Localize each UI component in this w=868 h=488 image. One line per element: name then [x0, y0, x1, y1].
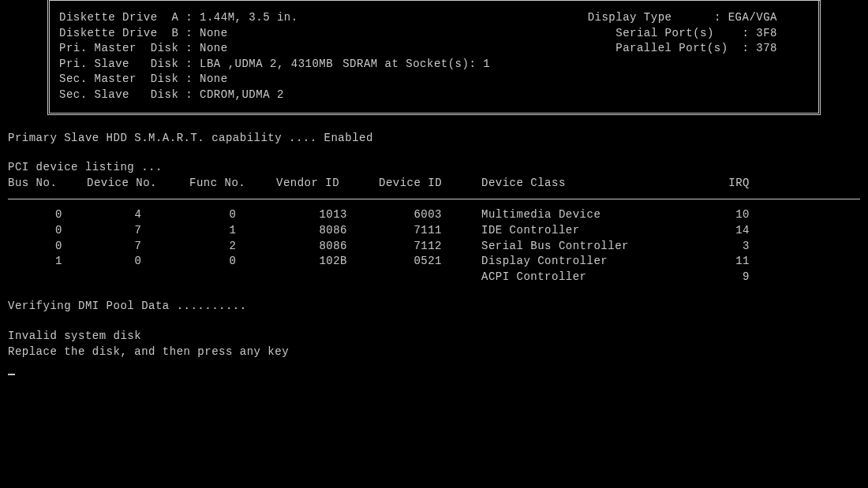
- sysinfo-row: Diskette Drive B : None Serial Port(s) :…: [59, 26, 809, 42]
- divider: [8, 199, 860, 199]
- system-summary-box: Diskette Drive A : 1.44M, 3.5 in. Displa…: [47, 0, 821, 115]
- sysinfo-row: Sec. Slave Disk : CDROM,UDMA 2: [59, 88, 809, 103]
- col-device-id: Device ID: [379, 176, 481, 192]
- col-func-no: Func No.: [189, 176, 276, 192]
- sysinfo-row: Sec. Master Disk : None: [59, 72, 809, 88]
- pci-table-header: Bus No. Device No. Func No. Vendor ID De…: [8, 176, 860, 192]
- sysinfo-row: Pri. Slave Disk : LBA ,UDMA 2, 4310MB SD…: [59, 57, 809, 73]
- col-irq: IRQ: [702, 176, 750, 192]
- col-vendor-id: Vendor ID: [276, 176, 379, 192]
- smart-status-line: Primary Slave HDD S.M.A.R.T. capability …: [8, 131, 860, 147]
- pci-table-row: 0 7 2 8086 7112 Serial Bus Controller 3: [8, 239, 860, 255]
- error-line-2: Replace the disk, and then press any key: [8, 345, 860, 360]
- pci-table-row: ACPI Controller 9: [8, 270, 860, 285]
- error-line-1: Invalid system disk: [8, 329, 860, 345]
- pci-listing-title: PCI device listing ...: [8, 160, 860, 176]
- col-device-no: Device No.: [87, 176, 189, 192]
- dmi-verify-line: Verifying DMI Pool Data ..........: [8, 299, 860, 315]
- sysinfo-row: Pri. Master Disk : None Parallel Port(s)…: [59, 41, 809, 57]
- sysinfo-row: Diskette Drive A : 1.44M, 3.5 in. Displa…: [59, 10, 809, 26]
- cursor: [8, 374, 15, 375]
- col-device-class: Device Class: [481, 176, 702, 192]
- col-bus: Bus No.: [8, 176, 87, 192]
- bios-post-screen: Diskette Drive A : 1.44M, 3.5 in. Displa…: [0, 0, 868, 375]
- pci-table-row: 1 0 0 102B 0521 Display Controller 11: [8, 254, 860, 270]
- pci-table-row: 0 7 1 8086 7111 IDE Controller 14: [8, 223, 860, 239]
- pci-table-row: 0 4 0 1013 6003 Multimedia Device 10: [8, 207, 860, 223]
